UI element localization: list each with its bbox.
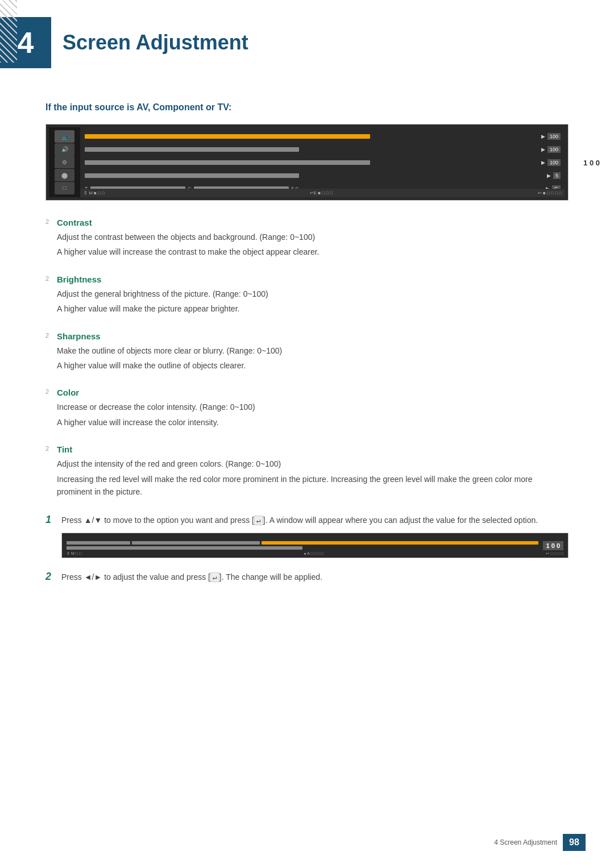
page-footer: 4 Screen Adjustment 98 xyxy=(494,834,586,851)
item-number-brightness: 2 xyxy=(45,275,52,282)
tv-bar-sharpness xyxy=(85,160,370,165)
step1-tv-bottom: ⇕ M □ □ ● A □ □ □ □ ↩ □ □ □ □ xyxy=(67,551,563,556)
item-text-tint-1: Adjust the intensity of the red and gree… xyxy=(57,458,569,470)
tv-row-color: ▶ 5 xyxy=(85,171,561,180)
bracket-enter-2: ↵ xyxy=(210,572,219,582)
item-number-tint: 2 xyxy=(45,445,52,452)
item-title-sharpness: Sharpness xyxy=(57,331,101,341)
tv-box-contrast: 100 xyxy=(547,133,561,140)
tv-icon-setup: ⬤ xyxy=(55,169,74,181)
page-header: 4 Screen Adjustment xyxy=(0,0,614,80)
chapter-title: Screen Adjustment xyxy=(63,31,248,55)
tv-value-sharpness: ▶ xyxy=(541,160,545,165)
tv-main-menu: ▶ 100 ▶ 100 ▶ 100 ▶ 5 xyxy=(80,127,565,197)
tv-value-brightness: ▶ xyxy=(541,147,545,152)
item-sharpness: 2 Sharpness Make the outline of objects … xyxy=(45,331,569,372)
tv-value-contrast: ▶ xyxy=(541,134,545,139)
step1-tv-mockup: 1 0 0 ⇕ M □ □ ● A □ □ □ □ ↩ □ □ □ □ xyxy=(61,533,569,558)
tv-box-color: 5 xyxy=(553,172,561,179)
step1-bottom-ret: ↩ □ □ □ □ xyxy=(546,551,563,556)
tv-box-brightness: 100 xyxy=(547,146,561,153)
tv-bottom-bar: ⇕ M ■ □ □ ↵E ■ □ □ □ ↩ ■ □ □ □ □ xyxy=(80,189,565,197)
stb-1 xyxy=(67,541,130,545)
stb-active-bar xyxy=(262,541,538,545)
item-text-sharpness-1: Make the outline of objects more clear o… xyxy=(57,344,569,357)
tv-sidebar: 📺 🔊 ⚙ ⬤ □ xyxy=(49,127,80,197)
item-text-brightness-1: Adjust the general brightness of the pic… xyxy=(57,288,569,300)
tv-icon-settings: ⚙ xyxy=(55,156,74,168)
stb-2 xyxy=(132,541,260,545)
items-container: 2 Contrast Adjust the contrast between t… xyxy=(45,218,569,498)
tv-bottom-enter: ↵E ■ □ □ □ xyxy=(310,190,333,196)
tv-icon-sound: 🔊 xyxy=(55,143,74,156)
step1-bottom-adj: ● A □ □ □ □ xyxy=(304,551,323,556)
tv-box-sharpness: 100 xyxy=(547,159,561,166)
step1-bottom-move: ⇕ M □ □ xyxy=(67,551,81,556)
item-number-color: 2 xyxy=(45,388,52,395)
footer-page-number: 98 xyxy=(563,834,586,851)
step1-tv-value: 1 0 0 xyxy=(543,541,563,550)
tv-bar-contrast xyxy=(85,134,370,139)
tv-bar-color xyxy=(85,173,299,178)
footer-chapter-label: 4 Screen Adjustment xyxy=(494,838,557,846)
tv-right-value-label: 1 0 0 xyxy=(583,158,600,167)
item-brightness: 2 Brightness Adjust the general brightne… xyxy=(45,275,569,315)
step-1-text: Press ▲/▼ to move to the option you want… xyxy=(61,514,538,527)
bracket-enter-1: ↵ xyxy=(254,516,263,525)
tv-icon-picture: 📺 xyxy=(55,130,74,143)
step-2-section: 2 Press ◄/► to adjust the value and pres… xyxy=(45,571,569,584)
item-tint: 2 Tint Adjust the intensity of the red a… xyxy=(45,445,569,498)
tv-row-sharpness: ▶ 100 xyxy=(85,158,561,167)
tv-icon-input: □ xyxy=(55,182,74,194)
main-content: If the input source is AV, Component or … xyxy=(0,80,614,642)
tv-menu-screenshot: 📺 🔊 ⚙ ⬤ □ ▶ 100 ▶ 100 xyxy=(45,124,569,201)
item-text-tint-2: Increasing the red level will make the r… xyxy=(57,473,569,499)
step-2-number: 2 xyxy=(45,571,56,583)
item-text-brightness-2: A higher value will make the picture app… xyxy=(57,302,569,315)
step-1-section: 1 Press ▲/▼ to move to the option you wa… xyxy=(45,514,569,558)
item-text-sharpness-2: A higher value will make the outline of … xyxy=(57,359,569,372)
tv-value-color: ▶ xyxy=(547,173,551,178)
stb-bottom xyxy=(67,546,302,550)
item-title-contrast: Contrast xyxy=(57,218,92,227)
step-1-number: 1 xyxy=(45,514,56,526)
step-2-text: Press ◄/► to adjust the value and press … xyxy=(61,571,322,584)
chapter-number: 4 xyxy=(18,26,34,60)
tv-bar-brightness xyxy=(85,147,299,152)
item-text-contrast-1: Adjust the contrast between the objects … xyxy=(57,231,569,243)
item-text-contrast-2: A higher value will increase the contras… xyxy=(57,246,569,258)
header-stripe xyxy=(0,0,17,63)
item-text-color-2: A higher value will increase the color i… xyxy=(57,416,569,429)
step1-bar-area xyxy=(67,541,538,550)
tv-bottom-return: ↩ ■ □ □ □ □ xyxy=(538,190,562,196)
item-text-color-1: Increase or decrease the color intensity… xyxy=(57,401,569,413)
item-number-sharpness: 2 xyxy=(45,332,52,339)
item-number-contrast: 2 xyxy=(45,218,52,225)
tv-row-brightness: ▶ 100 xyxy=(85,145,561,154)
item-title-tint: Tint xyxy=(57,445,72,454)
item-contrast: 2 Contrast Adjust the contrast between t… xyxy=(45,218,569,259)
item-title-color: Color xyxy=(57,388,79,397)
item-title-brightness: Brightness xyxy=(57,275,101,284)
tv-bottom-move: ⇕ M ■ □ □ xyxy=(84,190,105,196)
tv-row-contrast: ▶ 100 xyxy=(85,132,561,141)
section-title: If the input source is AV, Component or … xyxy=(45,102,569,113)
item-color: 2 Color Increase or decrease the color i… xyxy=(45,388,569,429)
